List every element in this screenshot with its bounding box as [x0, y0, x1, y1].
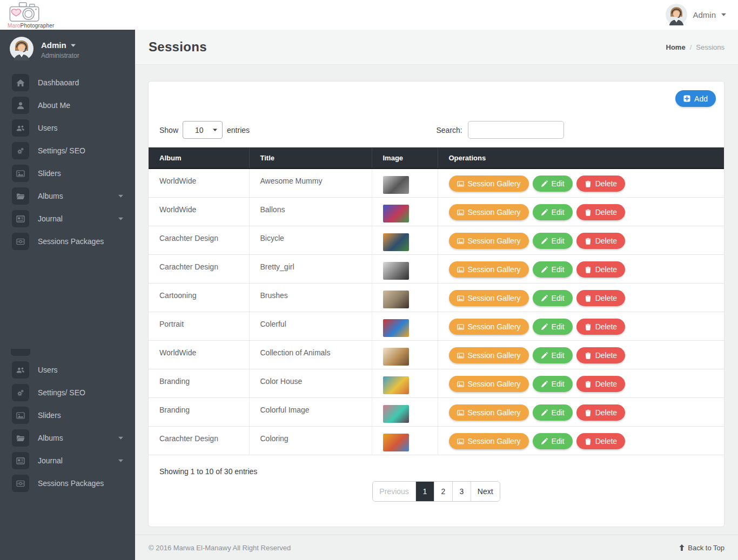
edit-button-label: Edit — [552, 322, 565, 331]
sidebar-item-label: Sessions Packages — [38, 237, 104, 246]
sidebar-item-about-me[interactable]: About Me — [0, 94, 135, 117]
sidebar-user-dropdown[interactable]: Admin — [41, 41, 79, 50]
edit-button-label: Edit — [552, 408, 565, 417]
session-gallery-button[interactable]: Session Gallery — [449, 404, 529, 421]
add-button[interactable]: Add — [675, 90, 716, 107]
title-cell: Collection of Animals — [249, 341, 372, 369]
image-cell — [372, 226, 438, 255]
column-header-operations[interactable]: Operations — [438, 147, 724, 168]
delete-button[interactable]: Delete — [576, 376, 625, 392]
session-gallery-button[interactable]: Session Gallery — [449, 233, 529, 249]
sidebar-item-journal[interactable]: Journal — [0, 449, 135, 472]
edit-button[interactable]: Edit — [533, 290, 573, 306]
clipped-icon-fragment — [11, 349, 30, 356]
album-cell: Carachter Design — [149, 226, 249, 255]
column-header-album[interactable]: Album — [149, 147, 249, 168]
entries-select[interactable]: 10 — [183, 121, 223, 139]
session-gallery-button[interactable]: Session Gallery — [449, 347, 529, 363]
delete-button-label: Delete — [595, 294, 617, 302]
back-to-top-link[interactable]: Back to Top — [679, 544, 724, 552]
sidebar-item-sliders[interactable]: Sliders — [0, 404, 135, 427]
session-gallery-button[interactable]: Session Gallery — [449, 204, 529, 220]
album-cell: Carachter Design — [149, 255, 249, 284]
sidebar-item-sliders[interactable]: Sliders — [0, 162, 135, 185]
pagination-page-3[interactable]: 3 — [452, 482, 471, 501]
session-thumbnail — [383, 348, 409, 366]
session-gallery-button-label: Session Gallery — [468, 380, 521, 388]
session-gallery-button[interactable]: Session Gallery — [449, 433, 529, 449]
sidebar-item-users[interactable]: Users — [0, 359, 135, 381]
sidebar-menu-primary: DashbaoardAbout MeUsersSettings/ SEOSlid… — [0, 68, 135, 253]
pagination-previous[interactable]: Previous — [373, 482, 415, 501]
delete-button[interactable]: Delete — [576, 233, 625, 249]
trash-icon — [585, 438, 592, 445]
sidebar-item-settings-seo[interactable]: Settings/ SEO — [0, 381, 135, 404]
delete-button-label: Delete — [595, 208, 617, 217]
title-cell: Ballons — [249, 198, 372, 226]
pagination-page-1[interactable]: 1 — [415, 482, 434, 501]
edit-button[interactable]: Edit — [533, 176, 573, 192]
image-cell — [372, 398, 438, 427]
session-gallery-button[interactable]: Session Gallery — [449, 376, 529, 392]
sidebar-item-journal[interactable]: Journal — [0, 207, 135, 230]
edit-button[interactable]: Edit — [533, 261, 573, 278]
edit-button[interactable]: Edit — [533, 433, 573, 449]
edit-button[interactable]: Edit — [533, 404, 573, 421]
session-gallery-button[interactable]: Session Gallery — [449, 319, 529, 335]
delete-button[interactable]: Delete — [576, 433, 625, 449]
operations-cell: Session GalleryEditDelete — [438, 369, 724, 398]
sidebar-item-sessions-packages[interactable]: Sessions Packages — [0, 472, 135, 495]
image-cell — [372, 427, 438, 455]
session-gallery-button[interactable]: Session Gallery — [449, 290, 529, 306]
brand-logo[interactable]: MaroPhotographer — [8, 1, 67, 29]
delete-button-label: Delete — [595, 437, 617, 446]
edit-button[interactable]: Edit — [533, 204, 573, 220]
session-gallery-button[interactable]: Session Gallery — [449, 176, 529, 192]
edit-button-label: Edit — [552, 294, 565, 302]
operations-cell: Session GalleryEditDelete — [438, 198, 724, 226]
delete-button[interactable]: Delete — [576, 204, 625, 220]
sidebar-item-albums[interactable]: Albums — [0, 185, 135, 207]
pagination-page-2[interactable]: 2 — [434, 482, 452, 501]
image-cell — [372, 284, 438, 312]
length-control: Show 10 entries — [159, 121, 437, 139]
delete-button[interactable]: Delete — [576, 319, 625, 335]
album-cell: Branding — [149, 398, 249, 427]
image-cell — [372, 341, 438, 369]
table-body: WorldWideAwesome MummySession GalleryEdi… — [149, 168, 724, 455]
table-row: BrandingColor HouseSession GalleryEditDe… — [149, 369, 724, 398]
search-input[interactable] — [468, 121, 564, 139]
pagination-next[interactable]: Next — [471, 482, 500, 501]
sidebar-item-albums[interactable]: Albums — [0, 427, 135, 449]
pencil-icon — [541, 295, 548, 302]
delete-button[interactable]: Delete — [576, 290, 625, 306]
column-header-image[interactable]: Image — [372, 147, 438, 168]
money-icon — [12, 475, 29, 492]
delete-button[interactable]: Delete — [576, 404, 625, 421]
delete-button[interactable]: Delete — [576, 176, 625, 192]
sidebar-item-dashbaoard[interactable]: Dashbaoard — [0, 71, 135, 94]
edit-button[interactable]: Edit — [533, 347, 573, 363]
column-header-title[interactable]: Title — [249, 147, 372, 168]
sidebar-item-label: Albums — [38, 192, 63, 200]
show-label: Show — [159, 126, 178, 134]
breadcrumb-home-link[interactable]: Home — [666, 43, 686, 51]
topbar-admin-menu[interactable]: Admin — [666, 4, 726, 25]
sidebar-item-settings-seo[interactable]: Settings/ SEO — [0, 139, 135, 162]
edit-button-label: Edit — [552, 351, 565, 360]
delete-button[interactable]: Delete — [576, 347, 625, 363]
search-control: Search: — [437, 121, 564, 139]
edit-button[interactable]: Edit — [533, 233, 573, 249]
session-gallery-button-label: Session Gallery — [468, 179, 521, 188]
edit-button[interactable]: Edit — [533, 319, 573, 335]
back-to-top-label: Back to Top — [688, 544, 724, 552]
sidebar-item-users[interactable]: Users — [0, 117, 135, 139]
title-cell: Bretty_girl — [249, 255, 372, 284]
edit-button[interactable]: Edit — [533, 376, 573, 392]
sidebar-user-panel: Admin Administrator — [0, 30, 135, 68]
session-gallery-button[interactable]: Session Gallery — [449, 261, 529, 278]
sidebar-item-label: Journal — [38, 214, 63, 223]
sidebar-item-sessions-packages[interactable]: Sessions Packages — [0, 230, 135, 253]
delete-button[interactable]: Delete — [576, 261, 625, 278]
camera-logo-icon — [8, 1, 67, 23]
